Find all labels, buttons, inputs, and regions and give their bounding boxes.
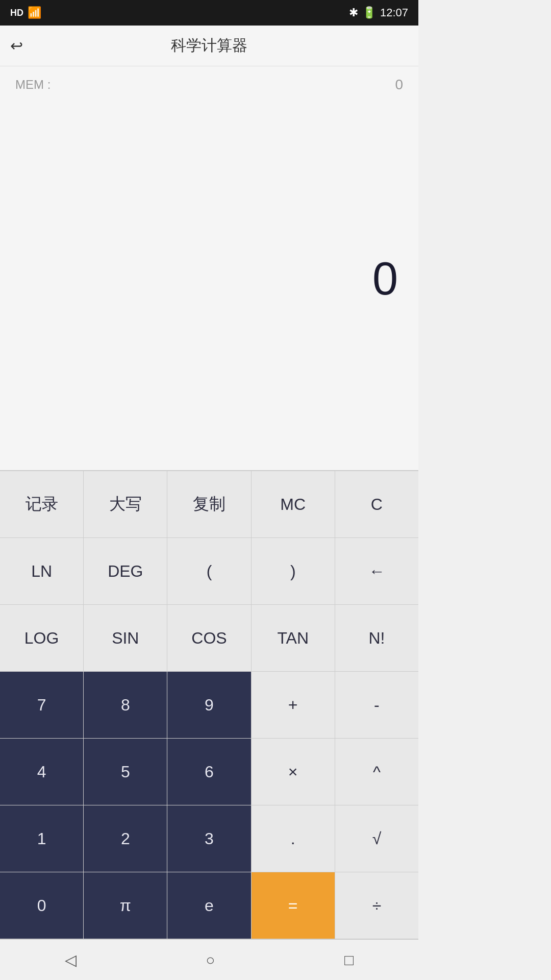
- nav-bar: ◁ ○ □: [0, 939, 418, 980]
- key-row-6: 0πe=÷: [0, 872, 418, 939]
- app-title: 科学计算器: [171, 35, 247, 56]
- status-right: ✱ 🔋 12:07: [349, 6, 408, 19]
- nav-recent-button[interactable]: □: [344, 951, 354, 969]
- battery-icon: 🔋: [362, 6, 376, 19]
- key-row-4: 456×^: [0, 739, 418, 805]
- keypad: 记录大写复制MCCLNDEG()←LOGSINCOSTANN!789+-456×…: [0, 470, 418, 939]
- key-row-0: 记录大写复制MCC: [0, 471, 418, 538]
- key-row-1: LNDEG()←: [0, 538, 418, 605]
- time-display: 12:07: [380, 6, 408, 19]
- key-1-button[interactable]: 1: [0, 805, 84, 872]
- key-SIN-button[interactable]: SIN: [84, 605, 167, 671]
- key--button[interactable]: ÷: [335, 872, 418, 939]
- nav-back-button[interactable]: ◁: [65, 951, 77, 969]
- display-value: 0: [372, 253, 398, 305]
- key-7-button[interactable]: 7: [0, 672, 84, 738]
- key--button[interactable]: +: [252, 672, 335, 738]
- key--button[interactable]: 复制: [167, 471, 251, 537]
- key--button[interactable]: 记录: [0, 471, 84, 537]
- key--button[interactable]: ×: [252, 739, 335, 805]
- key-N-button[interactable]: N!: [335, 605, 418, 671]
- key--button[interactable]: =: [252, 872, 335, 939]
- status-bar: HD 📶 ✱ 🔋 12:07: [0, 0, 418, 26]
- key-LOG-button[interactable]: LOG: [0, 605, 84, 671]
- key--button[interactable]: π: [84, 872, 167, 939]
- nav-home-button[interactable]: ○: [206, 951, 215, 969]
- key-row-2: LOGSINCOSTANN!: [0, 605, 418, 672]
- key-6-button[interactable]: 6: [167, 739, 251, 805]
- key-e-button[interactable]: e: [167, 872, 251, 939]
- key-3-button[interactable]: 3: [167, 805, 251, 872]
- key--button[interactable]: .: [252, 805, 335, 872]
- main-display: 0: [15, 98, 403, 460]
- key-LN-button[interactable]: LN: [0, 538, 84, 604]
- key--button[interactable]: √: [335, 805, 418, 872]
- key-0-button[interactable]: 0: [0, 872, 84, 939]
- key-row-5: 123.√: [0, 805, 418, 872]
- key--button[interactable]: 大写: [84, 471, 167, 537]
- display-area: MEM : 0 0: [0, 66, 418, 470]
- key-C-button[interactable]: C: [335, 471, 418, 537]
- key-DEG-button[interactable]: DEG: [84, 538, 167, 604]
- key-9-button[interactable]: 9: [167, 672, 251, 738]
- key-4-button[interactable]: 4: [0, 739, 84, 805]
- mem-label: MEM :: [15, 78, 51, 92]
- key--button[interactable]: ^: [335, 739, 418, 805]
- top-bar: ↩ 科学计算器: [0, 26, 418, 66]
- key-COS-button[interactable]: COS: [167, 605, 251, 671]
- key--button[interactable]: (: [167, 538, 251, 604]
- key-MC-button[interactable]: MC: [252, 471, 335, 537]
- key-2-button[interactable]: 2: [84, 805, 167, 872]
- key-row-3: 789+-: [0, 672, 418, 739]
- hd-icon: HD: [10, 8, 23, 18]
- key-TAN-button[interactable]: TAN: [252, 605, 335, 671]
- back-button[interactable]: ↩: [10, 37, 23, 55]
- signal-icon: 📶: [28, 6, 41, 19]
- key-5-button[interactable]: 5: [84, 739, 167, 805]
- key--button[interactable]: ←: [335, 538, 418, 604]
- key--button[interactable]: ): [252, 538, 335, 604]
- status-left: HD 📶: [10, 6, 41, 19]
- bluetooth-icon: ✱: [349, 6, 358, 19]
- key-8-button[interactable]: 8: [84, 672, 167, 738]
- key--button[interactable]: -: [335, 672, 418, 738]
- mem-value: 0: [395, 77, 403, 93]
- mem-row: MEM : 0: [15, 77, 403, 93]
